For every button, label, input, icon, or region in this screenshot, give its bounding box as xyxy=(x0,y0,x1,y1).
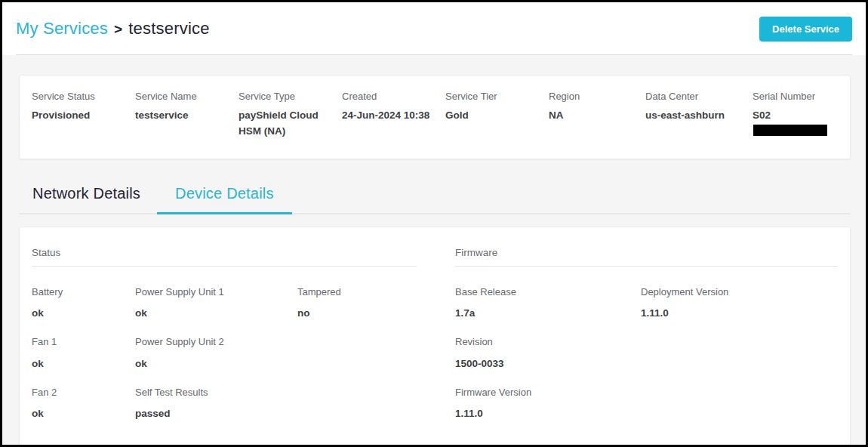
field-value: passed xyxy=(135,408,297,420)
delete-service-button[interactable]: Delete Service xyxy=(759,17,852,42)
grid-spacer xyxy=(297,336,417,369)
field-value: 1500-0033 xyxy=(455,358,641,370)
status-field-battery: Battery ok xyxy=(32,286,135,319)
field-label: Service Name xyxy=(135,91,226,103)
status-section: Status Battery ok Power Supply Unit 1 ok… xyxy=(32,247,417,420)
page-header: My Services > testservice Delete Service xyxy=(2,2,866,55)
field-label: Fan 2 xyxy=(32,387,135,399)
firmware-field-firmware-version: Firmware Version 1.11.0 xyxy=(455,387,641,420)
field-label: Battery xyxy=(32,286,135,298)
section-gap xyxy=(417,247,455,420)
field-value: Provisioned xyxy=(32,108,123,124)
status-section-title: Status xyxy=(32,247,417,267)
field-value: payShield Cloud HSM (NA) xyxy=(239,108,330,140)
field-label: Deployment Version xyxy=(641,286,838,298)
field-value: ok xyxy=(135,358,297,370)
breadcrumb: My Services > testservice xyxy=(16,19,210,39)
firmware-field-base-release: Base Release 1.7a xyxy=(455,286,641,319)
field-label: Serial Number xyxy=(753,91,838,103)
field-value: ok xyxy=(32,358,135,370)
firmware-section: Firmware Base Release 1.7a Deployment Ve… xyxy=(455,247,838,420)
field-value: no xyxy=(297,307,417,319)
app-window: My Services > testservice Delete Service… xyxy=(0,0,868,447)
service-summary-card: Service Status Provisioned Service Name … xyxy=(19,75,851,159)
field-label: Fan 1 xyxy=(32,336,135,348)
tab-device-details[interactable]: Device Details xyxy=(157,180,292,214)
field-value: 1.11.0 xyxy=(455,408,641,420)
field-value: us-east-ashburn xyxy=(645,108,740,124)
field-label: Service Tier xyxy=(445,91,537,103)
status-field-fan-1: Fan 1 ok xyxy=(32,336,135,369)
status-field-power-supply-unit-1: Power Supply Unit 1 ok xyxy=(135,286,297,319)
field-label: Service Status xyxy=(32,91,123,103)
status-field-power-supply-unit-2: Power Supply Unit 2 ok xyxy=(135,336,297,369)
field-label: Tampered xyxy=(297,286,417,298)
field-label: Base Release xyxy=(455,286,641,298)
field-label: Revision xyxy=(455,336,641,348)
summary-field-region: Region NA xyxy=(549,91,645,142)
summary-field-service-type: Service Type payShield Cloud HSM (NA) xyxy=(239,91,342,142)
summary-field-service-status: Service Status Provisioned xyxy=(32,91,135,142)
device-details-panel: Status Battery ok Power Supply Unit 1 ok… xyxy=(19,227,851,447)
field-value: ok xyxy=(32,408,135,420)
status-field-self-test-results: Self Test Results passed xyxy=(135,387,297,420)
field-value: 1.11.0 xyxy=(641,307,838,319)
field-label: Created xyxy=(342,91,433,103)
field-value: testservice xyxy=(135,108,226,124)
details-tab-bar: Network Details Device Details xyxy=(19,180,851,214)
field-label: Power Supply Unit 1 xyxy=(135,286,297,298)
summary-field-created: Created 24-Jun-2024 10:38 xyxy=(342,91,445,142)
field-label: Region xyxy=(549,91,633,103)
field-value: 1.7a xyxy=(455,307,641,319)
status-grid: Battery ok Power Supply Unit 1 ok Tamper… xyxy=(32,286,417,420)
field-value: ok xyxy=(135,307,297,319)
grid-spacer xyxy=(641,336,838,369)
summary-field-service-tier: Service Tier Gold xyxy=(445,91,549,142)
summary-field-service-name: Service Name testservice xyxy=(135,91,239,142)
firmware-section-title: Firmware xyxy=(455,247,838,267)
firmware-field-revision: Revision 1500-0033 xyxy=(455,336,641,369)
field-value: S02 xyxy=(753,108,838,140)
breadcrumb-separator: > xyxy=(114,21,122,38)
field-label: Power Supply Unit 2 xyxy=(135,336,297,348)
summary-field-data-center: Data Center us-east-ashburn xyxy=(645,91,753,142)
field-value: NA xyxy=(549,108,633,124)
field-label: Self Test Results xyxy=(135,387,297,399)
summary-field-serial-number: Serial Number S02 xyxy=(753,91,838,142)
serial-redaction-box xyxy=(753,125,827,136)
status-field-tampered: Tampered no xyxy=(297,286,417,319)
breadcrumb-my-services[interactable]: My Services xyxy=(16,19,108,39)
field-value: ok xyxy=(32,307,135,319)
tab-network-details[interactable]: Network Details xyxy=(19,180,157,214)
field-label: Data Center xyxy=(645,91,740,103)
status-field-fan-2: Fan 2 ok xyxy=(32,387,135,420)
field-value: 24-Jun-2024 10:38 xyxy=(342,108,433,124)
field-label: Service Type xyxy=(239,91,330,103)
field-label: Firmware Version xyxy=(455,387,641,399)
firmware-grid: Base Release 1.7a Deployment Version 1.1… xyxy=(455,286,838,420)
firmware-field-deployment-version: Deployment Version 1.11.0 xyxy=(641,286,838,319)
field-value: Gold xyxy=(445,108,537,124)
breadcrumb-current: testservice xyxy=(128,19,209,39)
